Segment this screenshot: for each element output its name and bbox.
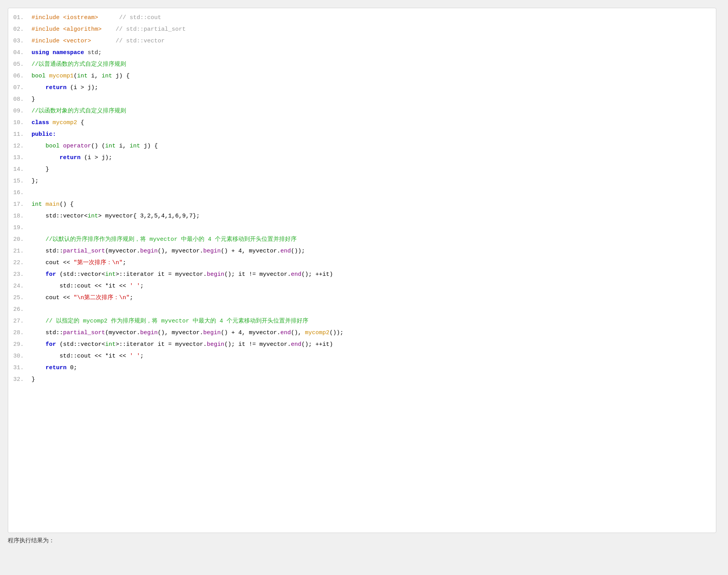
line-number-18: 18.: [8, 211, 32, 222]
line-number-2: 02.: [8, 24, 32, 35]
code-content-4: using namespace std;: [32, 47, 716, 58]
line-number-23: 23.: [8, 269, 32, 280]
code-line-23: 23. for (std::vector<int>::iterator it =…: [8, 269, 716, 280]
line-number-29: 29.: [8, 339, 32, 350]
line-number-15: 15.: [8, 176, 32, 187]
code-content-7: return (i > j);: [32, 82, 716, 93]
code-content-6: bool mycomp1(int i, int j) {: [32, 71, 716, 82]
line-number-31: 31.: [8, 363, 32, 373]
line-number-27: 27.: [8, 316, 32, 327]
code-content-8: }: [32, 94, 716, 105]
code-content-1: #include <iostream> // std::cout: [32, 12, 716, 23]
code-content-23: for (std::vector<int>::iterator it = myv…: [32, 269, 716, 280]
code-content-22: cout << "第一次排序：\n";: [32, 258, 716, 268]
line-number-3: 03.: [8, 36, 32, 47]
code-content-21: std::partial_sort(myvector.begin(), myve…: [32, 246, 716, 257]
code-content-25: cout << "\n第二次排序：\n";: [32, 293, 716, 303]
code-line-25: 25. cout << "\n第二次排序：\n";: [8, 292, 716, 304]
code-line-15: 15. };: [8, 175, 716, 187]
code-line-13: 13. return (i > j);: [8, 152, 716, 164]
line-number-12: 12.: [8, 141, 32, 152]
code-line-5: 05. //以普通函数的方式自定义排序规则: [8, 59, 716, 70]
line-number-9: 09.: [8, 106, 32, 117]
line-number-10: 10.: [8, 117, 32, 128]
line-number-32: 32.: [8, 374, 32, 385]
code-line-2: 02. #include <algorithm> // std::partial…: [8, 24, 716, 35]
code-content-20: //以默认的升序排序作为排序规则，将 myvector 中最小的 4 个元素移动…: [32, 234, 716, 245]
line-number-28: 28.: [8, 328, 32, 338]
code-line-3: 03. #include <vector> // std::vector: [8, 35, 716, 47]
footer-text: 程序执行结果为：: [8, 537, 720, 544]
code-content-27: // 以指定的 mycomp2 作为排序规则，将 myvector 中最大的 4…: [32, 316, 716, 327]
code-line-26: 26.: [8, 304, 716, 316]
code-content-31: return 0;: [32, 363, 716, 373]
code-line-9: 09. //以函数对象的方式自定义排序规则: [8, 105, 716, 117]
code-content-12: bool operator() (int i, int j) {: [32, 141, 716, 152]
code-line-6: 06. bool mycomp1(int i, int j) {: [8, 70, 716, 82]
line-number-8: 08.: [8, 94, 32, 105]
line-number-17: 17.: [8, 199, 32, 210]
line-number-11: 11.: [8, 129, 32, 140]
line-number-1: 01.: [8, 12, 32, 23]
code-content-3: #include <vector> // std::vector: [32, 36, 716, 47]
code-content-5: //以普通函数的方式自定义排序规则: [32, 59, 716, 70]
code-line-14: 14. }: [8, 164, 716, 175]
code-line-4: 04. using namespace std;: [8, 47, 716, 59]
code-content-2: #include <algorithm> // std::partial_sor…: [32, 24, 716, 35]
code-content-14: }: [32, 164, 716, 175]
line-number-19: 19.: [8, 223, 32, 233]
line-number-4: 04.: [8, 47, 32, 58]
code-content-18: std::vector<int> myvector{ 3,2,5,4,1,6,9…: [32, 211, 716, 222]
code-content-17: int main() {: [32, 199, 716, 210]
code-line-19: 19.: [8, 222, 716, 234]
code-content-9: //以函数对象的方式自定义排序规则: [32, 106, 716, 117]
code-line-30: 30. std::cout << *it << ' ';: [8, 351, 716, 362]
line-number-20: 20.: [8, 234, 32, 245]
code-line-32: 32. }: [8, 374, 716, 386]
code-line-31: 31. return 0;: [8, 362, 716, 374]
line-number-5: 05.: [8, 59, 32, 70]
code-container: 01. #include <iostream> // std::cout 02.…: [8, 8, 716, 533]
line-number-25: 25.: [8, 293, 32, 303]
code-line-7: 07. return (i > j);: [8, 82, 716, 94]
code-line-16: 16.: [8, 187, 716, 199]
line-number-26: 26.: [8, 304, 32, 315]
code-line-27: 27. // 以指定的 mycomp2 作为排序规则，将 myvector 中最…: [8, 316, 716, 327]
code-content-32: }: [32, 374, 716, 385]
code-content-28: std::partial_sort(myvector.begin(), myve…: [32, 328, 716, 338]
line-number-30: 30.: [8, 351, 32, 362]
line-number-16: 16.: [8, 188, 32, 198]
code-line-12: 12. bool operator() (int i, int j) {: [8, 140, 716, 152]
code-line-1: 01. #include <iostream> // std::cout: [8, 12, 716, 24]
code-line-24: 24. std::cout << *it << ' ';: [8, 280, 716, 292]
code-content-24: std::cout << *it << ' ';: [32, 281, 716, 292]
code-content-29: for (std::vector<int>::iterator it = myv…: [32, 339, 716, 350]
line-number-22: 22.: [8, 258, 32, 268]
code-content-11: public:: [32, 129, 716, 140]
code-line-21: 21. std::partial_sort(myvector.begin(), …: [8, 245, 716, 257]
code-content-10: class mycomp2 {: [32, 117, 716, 128]
code-line-22: 22. cout << "第一次排序：\n";: [8, 257, 716, 269]
code-line-11: 11. public:: [8, 129, 716, 140]
code-line-8: 08. }: [8, 94, 716, 105]
code-line-29: 29. for (std::vector<int>::iterator it =…: [8, 339, 716, 351]
code-line-20: 20. //以默认的升序排序作为排序规则，将 myvector 中最小的 4 个…: [8, 234, 716, 245]
line-number-6: 06.: [8, 71, 32, 82]
code-line-10: 10. class mycomp2 {: [8, 117, 716, 129]
line-number-21: 21.: [8, 246, 32, 257]
line-number-13: 13.: [8, 153, 32, 163]
line-number-24: 24.: [8, 281, 32, 292]
code-content-15: };: [32, 176, 716, 187]
code-content-30: std::cout << *it << ' ';: [32, 351, 716, 362]
code-line-17: 17. int main() {: [8, 199, 716, 210]
code-line-28: 28. std::partial_sort(myvector.begin(), …: [8, 327, 716, 339]
code-line-18: 18. std::vector<int> myvector{ 3,2,5,4,1…: [8, 210, 716, 222]
line-number-7: 07.: [8, 82, 32, 93]
line-number-14: 14.: [8, 164, 32, 175]
code-content-13: return (i > j);: [32, 153, 716, 163]
